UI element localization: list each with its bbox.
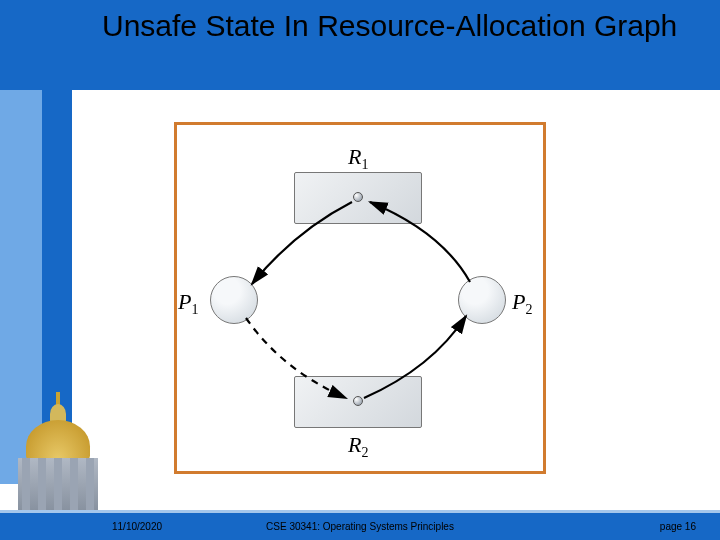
title-underline [102,78,600,81]
footer-page: page 16 [660,521,696,532]
footer-course: CSE 30341: Operating Systems Principles [0,521,720,532]
dome-logo [0,382,122,510]
diagram-edges [174,122,546,474]
page-title: Unsafe State In Resource-Allocation Grap… [102,8,677,44]
